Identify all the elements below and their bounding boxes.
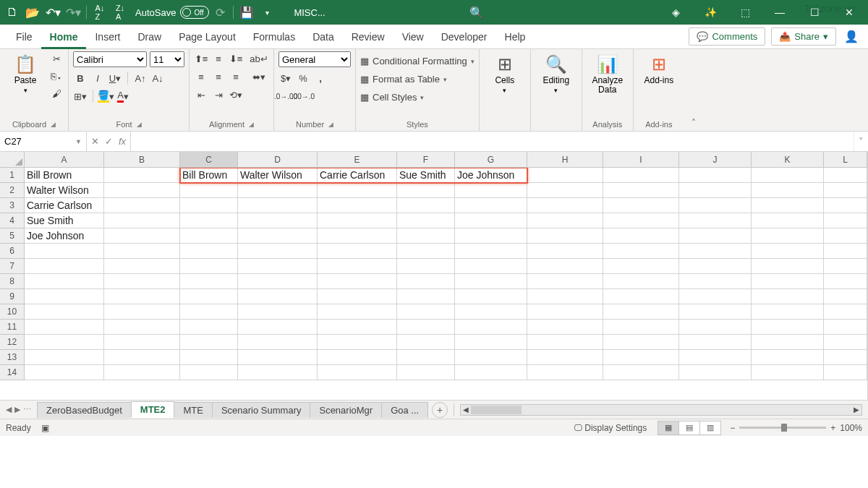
open-file-icon[interactable]: 📂: [23, 3, 42, 22]
cell[interactable]: [104, 274, 180, 289]
cell[interactable]: [180, 244, 238, 259]
cell[interactable]: [25, 365, 104, 380]
cell[interactable]: [397, 320, 455, 335]
cell[interactable]: [25, 259, 104, 274]
cell[interactable]: [238, 335, 318, 350]
cells-button[interactable]: ⊞Cells▾: [484, 51, 526, 94]
decrease-decimal-icon[interactable]: .00→.0: [296, 89, 310, 103]
align-bottom-icon[interactable]: ⬇≡: [229, 51, 243, 66]
editing-button[interactable]: 🔍Editing▾: [535, 51, 577, 94]
cell[interactable]: [752, 183, 824, 198]
fx-icon[interactable]: fx: [119, 136, 126, 147]
maximize-button[interactable]: ☐: [799, 0, 830, 25]
number-format-combo[interactable]: General: [278, 51, 351, 67]
row-header[interactable]: 10: [0, 304, 25, 320]
cell[interactable]: [679, 228, 752, 244]
row-header[interactable]: 14: [0, 365, 25, 380]
column-header[interactable]: F: [397, 152, 455, 168]
cell[interactable]: [25, 274, 104, 289]
cell[interactable]: [25, 289, 104, 304]
cell[interactable]: [104, 259, 180, 274]
cell[interactable]: [824, 198, 867, 213]
cell[interactable]: [603, 304, 679, 320]
decrease-indent-icon[interactable]: ⇤: [194, 87, 208, 102]
cell[interactable]: [603, 289, 679, 304]
cell[interactable]: [603, 350, 679, 365]
cell[interactable]: [238, 304, 318, 320]
column-header[interactable]: D: [238, 152, 318, 168]
cell[interactable]: [104, 168, 180, 183]
cell[interactable]: [180, 198, 238, 213]
comma-icon[interactable]: ,: [313, 71, 328, 85]
diamond-icon[interactable]: ◈: [660, 0, 692, 25]
decrease-font-icon[interactable]: A↓: [150, 71, 165, 85]
cell[interactable]: [679, 335, 752, 350]
zoom-slider[interactable]: [739, 427, 826, 429]
align-center-icon[interactable]: ≡: [211, 69, 226, 84]
row-header[interactable]: 8: [0, 274, 25, 289]
cell[interactable]: [752, 350, 824, 365]
currency-icon[interactable]: $▾: [278, 71, 293, 85]
cell[interactable]: [455, 289, 527, 304]
cell[interactable]: [527, 183, 603, 198]
tab-review[interactable]: Review: [343, 27, 393, 48]
row-header[interactable]: 4: [0, 213, 25, 228]
cell[interactable]: [679, 365, 752, 380]
cell[interactable]: [180, 335, 238, 350]
cell[interactable]: [824, 213, 867, 228]
increase-indent-icon[interactable]: ⇥: [211, 87, 226, 102]
cell[interactable]: [318, 244, 397, 259]
cell[interactable]: [752, 228, 824, 244]
wrap-text-icon[interactable]: ab↵: [249, 51, 269, 66]
cell[interactable]: [104, 335, 180, 350]
cell[interactable]: [603, 183, 679, 198]
format-painter-icon[interactable]: 🖌: [49, 86, 64, 100]
column-header[interactable]: L: [824, 152, 867, 168]
cell[interactable]: [318, 365, 397, 380]
cell[interactable]: [455, 198, 527, 213]
cell[interactable]: [752, 213, 824, 228]
cell[interactable]: [318, 274, 397, 289]
sheet-tab[interactable]: Goa ...: [381, 402, 428, 418]
align-right-icon[interactable]: ≡: [229, 69, 243, 84]
cell[interactable]: Sue Smith: [25, 213, 104, 228]
cell[interactable]: [397, 183, 455, 198]
cell[interactable]: [397, 198, 455, 213]
cell[interactable]: [824, 365, 867, 380]
cell[interactable]: [180, 228, 238, 244]
cell[interactable]: [603, 320, 679, 335]
percent-icon[interactable]: %: [296, 71, 310, 85]
refresh-icon[interactable]: ⟳: [210, 3, 229, 22]
row-header[interactable]: 6: [0, 244, 25, 259]
cell[interactable]: [527, 365, 603, 380]
display-settings-button[interactable]: 🖵 Display Settings: [574, 423, 647, 433]
sheet-tab[interactable]: Scenario Summary: [212, 402, 311, 418]
collapse-ribbon-icon[interactable]: ˄: [684, 49, 703, 131]
cell[interactable]: [238, 259, 318, 274]
sheet-nav-prev-icon[interactable]: ◀: [6, 405, 12, 414]
autosave-toggle[interactable]: AutoSave Off: [135, 6, 209, 19]
cell[interactable]: Walter Wilson: [238, 168, 318, 183]
cell[interactable]: [603, 274, 679, 289]
cell[interactable]: [752, 244, 824, 259]
cell[interactable]: [238, 198, 318, 213]
cell[interactable]: [180, 274, 238, 289]
cell[interactable]: [603, 198, 679, 213]
tab-page-layout[interactable]: Page Layout: [170, 27, 244, 48]
sheet-nav-more-icon[interactable]: ⋯: [23, 405, 31, 414]
row-header[interactable]: 7: [0, 259, 25, 274]
cell[interactable]: [25, 320, 104, 335]
cell[interactable]: [397, 274, 455, 289]
borders-button[interactable]: ⊞▾: [73, 89, 88, 103]
tab-help[interactable]: Help: [496, 27, 535, 48]
cell[interactable]: [752, 289, 824, 304]
tab-formulas[interactable]: Formulas: [244, 27, 304, 48]
cell[interactable]: [180, 320, 238, 335]
cell[interactable]: [25, 335, 104, 350]
cell[interactable]: [180, 213, 238, 228]
cell[interactable]: [603, 365, 679, 380]
cell[interactable]: [824, 320, 867, 335]
underline-button[interactable]: U▾: [108, 71, 122, 85]
row-header[interactable]: 13: [0, 350, 25, 365]
cell[interactable]: [238, 183, 318, 198]
